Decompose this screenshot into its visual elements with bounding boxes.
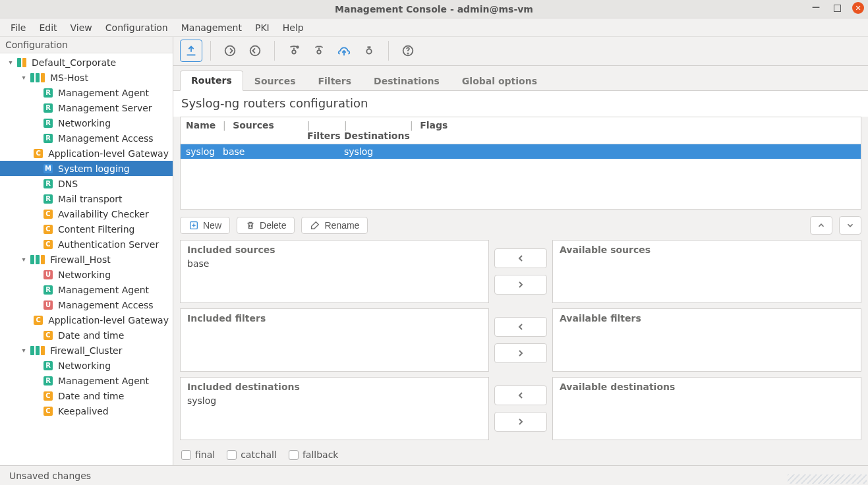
tree-node-label: Availability Checker bbox=[58, 209, 149, 219]
flag-catchall-checkbox[interactable]: catchall bbox=[227, 449, 277, 460]
list-item[interactable]: base bbox=[187, 258, 482, 270]
tree-node[interactable]: UManagement Access bbox=[0, 297, 173, 312]
toolbar-status-icon[interactable] bbox=[358, 40, 380, 62]
new-button[interactable]: New bbox=[180, 217, 230, 234]
col-flags[interactable]: Flags bbox=[410, 120, 855, 141]
delete-button[interactable]: Delete bbox=[237, 217, 295, 234]
tree-node[interactable]: RManagement Agent bbox=[0, 373, 173, 388]
toolbar-up-button[interactable] bbox=[180, 40, 202, 62]
listbox-title: Available filters bbox=[560, 313, 854, 324]
toolbar-sync-config-icon[interactable] bbox=[308, 40, 330, 62]
routers-table[interactable]: Name Sources Filters Destinations Flags … bbox=[180, 117, 861, 210]
tabs: Routers Sources Filters Destinations Glo… bbox=[173, 66, 868, 91]
window-title: Management Console - admin@ms-vm bbox=[335, 4, 533, 14]
tree-node-label: Date and time bbox=[58, 330, 124, 341]
col-name[interactable]: Name bbox=[186, 120, 223, 141]
available-listbox[interactable]: Available destinations bbox=[552, 377, 861, 440]
toolbar-upload-icon[interactable] bbox=[333, 40, 355, 62]
tree-node[interactable]: CAvailability Checker bbox=[0, 206, 173, 221]
window-minimize-button[interactable] bbox=[810, 2, 822, 14]
toolbar-revert-icon[interactable] bbox=[244, 40, 266, 62]
add-button[interactable] bbox=[494, 385, 547, 405]
tree-node[interactable]: MSystem logging bbox=[0, 161, 173, 176]
menu-edit[interactable]: Edit bbox=[32, 20, 63, 36]
window-close-button[interactable] bbox=[852, 2, 864, 14]
chevron-right-icon bbox=[515, 279, 526, 290]
col-sources[interactable]: Sources bbox=[223, 120, 307, 141]
expander-icon[interactable]: ▾ bbox=[7, 59, 14, 66]
menu-pki[interactable]: PKI bbox=[248, 20, 276, 36]
list-item[interactable]: syslog bbox=[187, 395, 482, 407]
flag-fallback-checkbox[interactable]: fallback bbox=[289, 449, 339, 460]
tree-node[interactable]: RManagement Agent bbox=[0, 282, 173, 297]
section-title: Syslog-ng routers configuration bbox=[173, 91, 868, 117]
tree-node[interactable]: ▾MS-Host bbox=[0, 70, 173, 85]
delete-button-label: Delete bbox=[260, 220, 286, 231]
tree-node[interactable]: RManagement Server bbox=[0, 100, 173, 115]
add-button[interactable] bbox=[494, 317, 547, 337]
transfer-row: Included sourcesbaseAvailable sources bbox=[180, 240, 861, 303]
tab-destinations[interactable]: Destinations bbox=[362, 71, 451, 91]
col-filters[interactable]: Filters bbox=[307, 120, 344, 141]
titlebar: Management Console - admin@ms-vm bbox=[0, 0, 868, 18]
included-listbox[interactable]: Included sourcesbase bbox=[180, 240, 489, 303]
available-listbox[interactable]: Available sources bbox=[552, 240, 861, 303]
node-badge-icon: U bbox=[43, 300, 53, 310]
tab-filters[interactable]: Filters bbox=[307, 71, 363, 91]
toolbar-commit-icon[interactable] bbox=[219, 40, 241, 62]
included-listbox[interactable]: Included filters bbox=[180, 308, 489, 372]
tree-node[interactable]: RNetworking bbox=[0, 115, 173, 130]
toolbar-help-icon[interactable] bbox=[397, 40, 419, 62]
flag-final-checkbox[interactable]: final bbox=[181, 449, 215, 460]
listbox-title: Included sources bbox=[187, 244, 482, 255]
tree-node[interactable]: CDate and time bbox=[0, 388, 173, 403]
tree-node[interactable]: CApplication-level Gateway bbox=[0, 312, 173, 328]
tree-node[interactable]: UNetworking bbox=[0, 267, 173, 282]
tree-node[interactable]: RMail transport bbox=[0, 191, 173, 206]
move-up-button[interactable] bbox=[810, 216, 832, 235]
configuration-tree[interactable]: ▾Default_Corporate▾MS-HostRManagement Ag… bbox=[0, 53, 173, 465]
menu-view[interactable]: View bbox=[64, 20, 99, 36]
tree-node[interactable]: RDNS bbox=[0, 176, 173, 191]
menu-help[interactable]: Help bbox=[276, 20, 310, 36]
toolbar-view-config-icon[interactable] bbox=[283, 40, 305, 62]
remove-button[interactable] bbox=[494, 275, 547, 295]
routers-table-row[interactable]: syslog base syslog bbox=[181, 144, 861, 159]
tab-routers[interactable]: Routers bbox=[180, 71, 243, 91]
tree-node-label: Networking bbox=[58, 270, 111, 280]
expander-icon[interactable]: ▾ bbox=[20, 74, 28, 81]
tree-node-label: Content Filtering bbox=[58, 224, 134, 235]
available-listbox[interactable]: Available filters bbox=[552, 308, 861, 372]
tree-node[interactable]: CDate and time bbox=[0, 328, 173, 343]
menu-file[interactable]: File bbox=[4, 20, 32, 36]
move-down-button[interactable] bbox=[839, 216, 861, 235]
tab-sources[interactable]: Sources bbox=[243, 71, 307, 91]
remove-button[interactable] bbox=[494, 343, 547, 363]
expander-icon[interactable]: ▾ bbox=[20, 256, 28, 263]
tab-global-options[interactable]: Global options bbox=[451, 71, 548, 91]
tree-node[interactable]: CContent Filtering bbox=[0, 221, 173, 237]
tree-node-label: Default_Corporate bbox=[32, 57, 116, 68]
add-button[interactable] bbox=[494, 248, 547, 268]
col-destinations[interactable]: Destinations bbox=[344, 120, 410, 141]
window-maximize-button[interactable] bbox=[831, 2, 843, 14]
tree-node[interactable]: ▾Firewall_Host bbox=[0, 252, 173, 267]
tree-node[interactable]: CKeepalived bbox=[0, 403, 173, 418]
rename-button[interactable]: Rename bbox=[301, 217, 368, 234]
menu-configuration[interactable]: Configuration bbox=[99, 20, 175, 36]
node-badge-icon: R bbox=[43, 179, 53, 188]
tree-node[interactable]: ▾Default_Corporate bbox=[0, 55, 173, 70]
resize-grip[interactable] bbox=[788, 474, 867, 484]
tree-node[interactable]: ▾Firewall_Cluster bbox=[0, 343, 173, 358]
tree-node[interactable]: RNetworking bbox=[0, 358, 173, 373]
remove-button[interactable] bbox=[494, 412, 547, 432]
tree-node[interactable]: RManagement Access bbox=[0, 130, 173, 146]
tree-node[interactable]: RManagement Agent bbox=[0, 85, 173, 100]
included-listbox[interactable]: Included destinationssyslog bbox=[180, 377, 489, 440]
node-badge-icon: R bbox=[43, 88, 53, 98]
tree-node[interactable]: CApplication-level Gateway bbox=[0, 146, 173, 161]
tree-node[interactable]: CAuthentication Server bbox=[0, 237, 173, 252]
expander-icon[interactable]: ▾ bbox=[20, 347, 28, 354]
tree-node-label: Management Access bbox=[58, 133, 154, 144]
menu-management[interactable]: Management bbox=[175, 20, 248, 36]
